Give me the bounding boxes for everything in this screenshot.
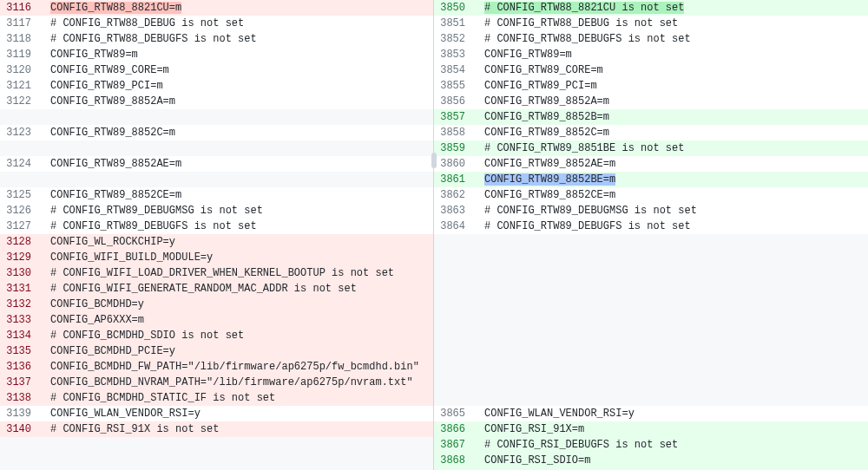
diff-line[interactable]: 3135CONFIG_BCMDHD_PCIE=y — [0, 343, 433, 359]
line-content: # CONFIG_RTW89_DEBUGMSG is not set — [40, 203, 433, 219]
scroll-sync-handle-icon[interactable] — [431, 153, 437, 168]
code-segment: CONFIG_BCMDHD_NVRAM_PATH="/lib/firmware/… — [50, 376, 413, 388]
diff-line[interactable]: 3863# CONFIG_RTW89_DEBUGMSG is not set — [434, 203, 868, 219]
diff-line[interactable]: 3861CONFIG_RTW89_8852BE=m — [434, 172, 868, 187]
diff-line[interactable]: 3854CONFIG_RTW89_CORE=m — [434, 62, 868, 78]
diff-line[interactable]: 3119CONFIG_RTW89=m — [0, 47, 433, 62]
diff-line[interactable] — [434, 359, 868, 375]
line-number: 3135 — [0, 343, 40, 359]
diff-line[interactable] — [0, 109, 433, 125]
diff-line[interactable]: 3121CONFIG_RTW89_PCI=m — [0, 78, 433, 94]
diff-line[interactable]: 3137CONFIG_BCMDHD_NVRAM_PATH="/lib/firmw… — [0, 375, 433, 390]
diff-line[interactable]: 3859# CONFIG_RTW89_8851BE is not set — [434, 140, 868, 156]
diff-line[interactable]: 3867# CONFIG_RSI_DEBUGFS is not set — [434, 437, 868, 453]
code-segment: CONFIG_RTW89_8852AE=m — [50, 158, 181, 170]
diff-line[interactable]: 3851# CONFIG_RTW88_DEBUG is not set — [434, 16, 868, 31]
line-content: CONFIG_BCMDHD_PCIE=y — [40, 343, 433, 359]
line-content: CONFIG_RTW89_CORE=m — [474, 62, 868, 78]
line-content — [474, 312, 868, 328]
line-number: 3140 — [0, 421, 40, 437]
diff-left-pane[interactable]: 3116CONFIG_RTW88_8821CU=m3117# CONFIG_RT… — [0, 0, 434, 470]
code-segment: CONFIG_RTW89_CORE=m — [484, 64, 603, 76]
line-content: CONFIG_WLAN_VENDOR_RSI=y — [40, 406, 433, 421]
diff-line[interactable]: 3126# CONFIG_RTW89_DEBUGMSG is not set — [0, 203, 433, 219]
diff-line[interactable] — [0, 172, 433, 187]
diff-line[interactable]: 3131# CONFIG_WIFI_GENERATE_RANDOM_MAC_AD… — [0, 281, 433, 297]
code-segment: CONFIG_WIFI_BUILD_MODULE=y — [50, 251, 213, 264]
line-content: # CONFIG_RSI_DEBUGFS is not set — [474, 437, 868, 453]
diff-line[interactable]: 3133CONFIG_AP6XXX=m — [0, 312, 433, 328]
line-content: # CONFIG_RTW89_DEBUGFS is not set — [40, 219, 433, 234]
diff-line[interactable] — [434, 328, 868, 343]
diff-line[interactable] — [434, 312, 868, 328]
diff-line[interactable]: 3116CONFIG_RTW88_8821CU=m — [0, 0, 433, 16]
diff-line[interactable]: 3852# CONFIG_RTW88_DEBUGFS is not set — [434, 31, 868, 47]
diff-line[interactable] — [434, 297, 868, 312]
diff-line[interactable] — [434, 343, 868, 359]
line-content — [474, 359, 868, 375]
diff-line[interactable]: 3124CONFIG_RTW89_8852AE=m — [0, 156, 433, 172]
line-content: CONFIG_AP6XXX=m — [40, 312, 433, 328]
code-segment: CONFIG_RTW89_8852A=m — [484, 95, 609, 108]
diff-line[interactable]: 3860CONFIG_RTW89_8852AE=m — [434, 156, 868, 172]
diff-line[interactable]: 3123CONFIG_RTW89_8852C=m — [0, 125, 433, 140]
diff-line[interactable]: 3132CONFIG_BCMDHD=y — [0, 297, 433, 312]
diff-line[interactable]: 3118# CONFIG_RTW88_DEBUGFS is not set — [0, 31, 433, 47]
diff-line[interactable]: 3134# CONFIG_BCMDHD_SDIO is not set — [0, 328, 433, 343]
diff-line[interactable]: 3140# CONFIG_RSI_91X is not set — [0, 421, 433, 437]
diff-line[interactable]: 3136CONFIG_BCMDHD_FW_PATH="/lib/firmware… — [0, 359, 433, 375]
diff-line[interactable]: 3865CONFIG_WLAN_VENDOR_RSI=y — [434, 406, 868, 421]
diff-line[interactable]: 3125CONFIG_RTW89_8852CE=m — [0, 187, 433, 203]
code-segment: CONFIG_WL_ROCKCHIP=y — [50, 236, 175, 248]
diff-line[interactable] — [434, 375, 868, 390]
diff-line[interactable]: 3130# CONFIG_WIFI_LOAD_DRIVER_WHEN_KERNE… — [0, 265, 433, 281]
line-content: # CONFIG_WIFI_LOAD_DRIVER_WHEN_KERNEL_BO… — [40, 265, 433, 281]
diff-line[interactable]: 3117# CONFIG_RTW88_DEBUG is not set — [0, 16, 433, 31]
diff-line[interactable]: 3122CONFIG_RTW89_8852A=m — [0, 94, 433, 109]
line-content — [474, 328, 868, 343]
code-segment: CONFIG_RTW89_8852C=m — [50, 127, 175, 139]
diff-right-pane[interactable]: 3850# CONFIG_RTW88_8821CU is not set3851… — [434, 0, 868, 470]
diff-line[interactable] — [0, 140, 433, 156]
line-content — [474, 343, 868, 359]
diff-line[interactable]: 3120CONFIG_RTW89_CORE=m — [0, 62, 433, 78]
line-number: 3116 — [0, 0, 40, 16]
diff-line[interactable]: 3864# CONFIG_RTW89_DEBUGFS is not set — [434, 219, 868, 234]
line-number: 3867 — [434, 437, 474, 453]
diff-line[interactable]: 3855CONFIG_RTW89_PCI=m — [434, 78, 868, 94]
diff-line[interactable] — [434, 234, 868, 250]
diff-line[interactable]: 3127# CONFIG_RTW89_DEBUGFS is not set — [0, 219, 433, 234]
line-content: CONFIG_RTW89_8852A=m — [474, 94, 868, 109]
diff-line[interactable] — [434, 281, 868, 297]
line-content: CONFIG_WL_ROCKCHIP=y — [40, 234, 433, 250]
line-number: 3850 — [434, 0, 474, 16]
line-number — [434, 250, 474, 265]
line-number: 3122 — [0, 94, 40, 109]
diff-line[interactable]: 3128CONFIG_WL_ROCKCHIP=y — [0, 234, 433, 250]
diff-line[interactable]: 3862CONFIG_RTW89_8852CE=m — [434, 187, 868, 203]
code-segment: CONFIG_RTW89=m — [484, 49, 572, 61]
diff-line[interactable]: 3856CONFIG_RTW89_8852A=m — [434, 94, 868, 109]
line-content — [40, 453, 433, 468]
line-content: CONFIG_RTW89=m — [40, 47, 433, 62]
diff-line[interactable] — [434, 250, 868, 265]
diff-line[interactable]: 3138# CONFIG_BCMDHD_STATIC_IF is not set — [0, 390, 433, 406]
line-number: 3853 — [434, 47, 474, 62]
diff-line[interactable]: 3858CONFIG_RTW89_8852C=m — [434, 125, 868, 140]
line-number: 3132 — [0, 297, 40, 312]
diff-line[interactable]: 3853CONFIG_RTW89=m — [434, 47, 868, 62]
code-segment: # CONFIG_WIFI_LOAD_DRIVER_WHEN_KERNEL_BO… — [50, 267, 394, 279]
diff-line[interactable] — [434, 390, 868, 406]
diff-line[interactable]: 3129CONFIG_WIFI_BUILD_MODULE=y — [0, 250, 433, 265]
diff-line[interactable]: 3850# CONFIG_RTW88_8821CU is not set — [434, 0, 868, 16]
diff-line[interactable]: 3866CONFIG_RSI_91X=m — [434, 421, 868, 437]
diff-line[interactable] — [0, 453, 433, 468]
line-number: 3866 — [434, 421, 474, 437]
line-content: # CONFIG_RSI_91X is not set — [40, 421, 433, 437]
diff-line[interactable]: 3868CONFIG_RSI_SDIO=m — [434, 453, 868, 468]
diff-line[interactable] — [0, 437, 433, 453]
line-content: CONFIG_RTW89_PCI=m — [40, 78, 433, 94]
diff-line[interactable] — [434, 265, 868, 281]
diff-line[interactable]: 3139CONFIG_WLAN_VENDOR_RSI=y — [0, 406, 433, 421]
diff-line[interactable]: 3857CONFIG_RTW89_8852B=m — [434, 109, 868, 125]
